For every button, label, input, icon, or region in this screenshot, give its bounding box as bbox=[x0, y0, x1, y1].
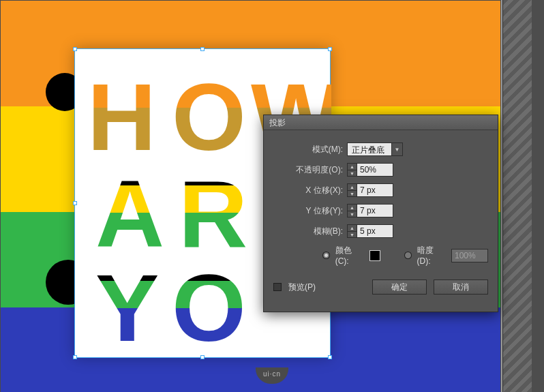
selection-handle[interactable] bbox=[73, 355, 77, 359]
darkness-value: 100% bbox=[452, 250, 487, 262]
color-swatch[interactable] bbox=[369, 250, 380, 261]
color-radio[interactable] bbox=[322, 252, 330, 259]
xoffset-value[interactable]: 7 px bbox=[357, 184, 393, 196]
darkness-input: 100% bbox=[451, 249, 488, 262]
preview-checkbox[interactable] bbox=[273, 283, 282, 291]
vertical-scrollbar[interactable] bbox=[532, 0, 544, 392]
chevron-down-icon[interactable]: ▼ bbox=[391, 143, 402, 155]
color-label: 颜色(C): bbox=[335, 245, 364, 266]
selection-handle[interactable] bbox=[328, 47, 332, 51]
opacity-input[interactable]: ▲▼ 50% bbox=[347, 163, 393, 177]
opacity-label: 不透明度(O): bbox=[273, 164, 347, 176]
stepper-icon[interactable]: ▲▼ bbox=[348, 164, 357, 176]
opacity-value[interactable]: 50% bbox=[357, 164, 393, 176]
ok-button[interactable]: 确定 bbox=[372, 280, 427, 295]
letter-y[interactable]: Y bbox=[95, 260, 159, 356]
stepper-icon[interactable]: ▲▼ bbox=[348, 205, 357, 217]
selection-handle[interactable] bbox=[73, 47, 77, 51]
dialog-title[interactable]: 投影 bbox=[264, 115, 498, 130]
mode-select[interactable]: 正片叠底 ▼ bbox=[347, 142, 403, 156]
xoffset-input[interactable]: ▲▼ 7 px bbox=[347, 183, 393, 197]
yoffset-label: Y 位移(Y): bbox=[273, 205, 347, 217]
blur-value[interactable]: 5 px bbox=[357, 225, 393, 237]
selection-handle[interactable] bbox=[200, 47, 205, 51]
letter-a[interactable]: A bbox=[95, 166, 164, 262]
mode-value: 正片叠底 bbox=[348, 143, 391, 155]
letter-o[interactable]: O bbox=[172, 70, 246, 165]
cancel-button[interactable]: 取消 bbox=[434, 280, 488, 295]
selection-handle[interactable] bbox=[200, 355, 205, 359]
selection-handle[interactable] bbox=[73, 201, 77, 205]
preview-label: 预览(P) bbox=[288, 282, 316, 293]
blur-label: 模糊(B): bbox=[273, 226, 347, 237]
darkness-label: 暗度(D): bbox=[417, 245, 446, 266]
mode-label: 模式(M): bbox=[273, 144, 347, 155]
stepper-icon[interactable]: ▲▼ bbox=[348, 225, 357, 237]
selection-handle[interactable] bbox=[328, 355, 332, 359]
letter-h[interactable]: H bbox=[87, 70, 156, 165]
drop-shadow-dialog[interactable]: 投影 模式(M): 正片叠底 ▼ 不透明度(O): ▲▼ 50% X 位移(X)… bbox=[263, 115, 498, 312]
blur-input[interactable]: ▲▼ 5 px bbox=[347, 224, 393, 238]
letter-o2[interactable]: O bbox=[172, 260, 246, 356]
yoffset-input[interactable]: ▲▼ 7 px bbox=[347, 204, 393, 217]
stepper-icon[interactable]: ▲▼ bbox=[348, 184, 357, 196]
pasteboard bbox=[502, 0, 544, 392]
letter-r[interactable]: R bbox=[179, 166, 247, 262]
yoffset-value[interactable]: 7 px bbox=[357, 205, 393, 217]
darkness-radio[interactable] bbox=[404, 252, 412, 259]
xoffset-label: X 位移(X): bbox=[273, 185, 347, 196]
